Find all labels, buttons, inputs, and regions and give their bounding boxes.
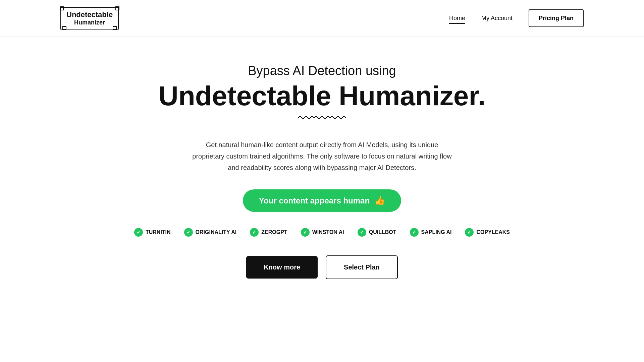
cta-buttons: Know more Select Plan — [246, 255, 398, 279]
badge-label: Your content appears human — [259, 196, 370, 205]
detector-label: QUILLBOT — [369, 229, 396, 235]
content-badge: Your content appears human 👍 — [243, 189, 401, 212]
check-icon: ✓ — [301, 228, 310, 237]
check-icon: ✓ — [410, 228, 419, 237]
check-icon: ✓ — [250, 228, 259, 237]
nav-my-account[interactable]: My Account — [481, 15, 513, 22]
hero-description: Get natural human-like content output di… — [191, 139, 453, 173]
detector-label: SAPLING AI — [421, 229, 452, 235]
detector-winston: ✓ WINSTON AI — [301, 228, 344, 237]
select-plan-button[interactable]: Select Plan — [326, 255, 398, 279]
nav: Home My Account Pricing Plan — [449, 9, 584, 27]
nav-home[interactable]: Home — [449, 15, 465, 22]
thumbs-up-icon: 👍 — [374, 195, 385, 206]
hero-title: Undetectable Humanizer. — [158, 81, 485, 111]
detector-zerogpt: ✓ ZEROGPT — [250, 228, 287, 237]
hero-subtitle: Bypass AI Detection using — [248, 64, 396, 78]
hero-section: Bypass AI Detection using Undetectable H… — [0, 37, 644, 299]
detector-label: ORIGINALITY AI — [196, 229, 237, 235]
detector-label: COPYLEAKS — [476, 229, 510, 235]
logo[interactable]: Undetectable Humanizer — [60, 7, 119, 30]
detector-sapling: ✓ SAPLING AI — [410, 228, 452, 237]
check-icon: ✓ — [184, 228, 193, 237]
squiggle-decoration: 〰〰〰 — [298, 111, 346, 127]
check-icon: ✓ — [358, 228, 366, 237]
detector-copyleaks: ✓ COPYLEAKS — [465, 228, 510, 237]
check-icon: ✓ — [134, 228, 143, 237]
logo-text: Undetectable Humanizer — [66, 10, 113, 26]
detectors-row: ✓ TURNITIN ✓ ORIGINALITY AI ✓ ZEROGPT ✓ … — [134, 228, 510, 237]
detector-label: ZEROGPT — [261, 229, 287, 235]
detector-originality: ✓ ORIGINALITY AI — [184, 228, 237, 237]
detector-label: TURNITIN — [146, 229, 171, 235]
header: Undetectable Humanizer Home My Account P… — [0, 0, 644, 37]
check-icon: ✓ — [465, 228, 474, 237]
know-more-button[interactable]: Know more — [246, 256, 318, 279]
detector-turnitin: ✓ TURNITIN — [134, 228, 171, 237]
detector-label: WINSTON AI — [312, 229, 344, 235]
pricing-plan-button[interactable]: Pricing Plan — [529, 9, 584, 27]
detector-quillbot: ✓ QUILLBOT — [358, 228, 396, 237]
